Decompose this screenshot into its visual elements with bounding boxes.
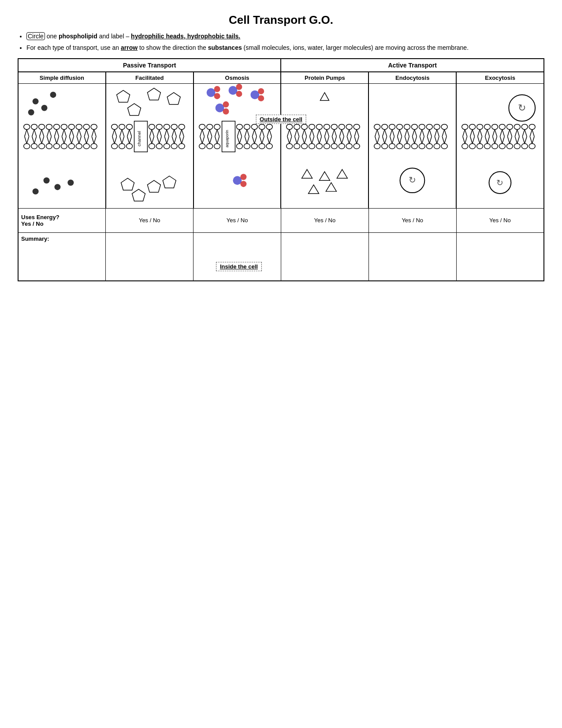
svg-marker-70 — [167, 93, 180, 105]
svg-line-332 — [465, 129, 467, 136]
svg-point-75 — [149, 124, 155, 129]
svg-line-32 — [92, 129, 94, 136]
svg-point-258 — [382, 124, 388, 129]
svg-line-334 — [473, 129, 475, 136]
svg-line-344 — [510, 129, 512, 136]
svg-line-297 — [375, 136, 377, 143]
svg-line-27 — [71, 129, 74, 136]
svg-line-299 — [383, 136, 385, 143]
svg-point-99 — [149, 143, 155, 149]
svg-line-107 — [122, 136, 124, 143]
svg-text:↻: ↻ — [409, 175, 416, 185]
svg-line-26 — [69, 129, 71, 136]
svg-marker-191 — [320, 93, 329, 101]
svg-text:↻: ↻ — [518, 102, 526, 113]
svg-line-236 — [302, 136, 305, 143]
svg-line-217 — [342, 129, 344, 136]
svg-line-177 — [239, 136, 242, 143]
summary-endocytosis — [368, 232, 456, 281]
svg-point-130 — [236, 84, 242, 90]
svg-line-156 — [252, 129, 254, 136]
svg-line-312 — [430, 136, 432, 143]
svg-point-131 — [236, 91, 242, 97]
svg-line-61 — [86, 136, 89, 143]
svg-line-335 — [478, 129, 480, 136]
svg-line-369 — [493, 136, 495, 143]
svg-line-175 — [217, 136, 219, 143]
svg-point-292 — [412, 143, 418, 149]
svg-point-230 — [346, 143, 353, 149]
svg-line-305 — [405, 136, 407, 143]
svg-point-199 — [339, 124, 345, 129]
svg-line-282 — [430, 129, 432, 136]
svg-line-33 — [94, 129, 96, 136]
svg-line-62 — [92, 136, 94, 143]
svg-point-168 — [259, 143, 265, 149]
svg-line-46 — [32, 136, 34, 143]
svg-line-374 — [510, 136, 512, 143]
svg-line-93 — [174, 129, 176, 136]
summary-protein-pumps — [281, 232, 368, 281]
svg-point-194 — [301, 124, 308, 129]
svg-point-40 — [68, 143, 74, 149]
svg-line-31 — [86, 129, 89, 136]
svg-line-19 — [42, 129, 44, 136]
svg-point-163 — [206, 143, 212, 149]
svg-line-268 — [377, 129, 380, 136]
svg-point-65 — [54, 184, 60, 190]
svg-line-331 — [463, 129, 465, 136]
svg-point-5 — [31, 124, 37, 129]
svg-point-260 — [397, 124, 403, 129]
svg-point-143 — [251, 124, 257, 129]
svg-line-48 — [40, 136, 42, 143]
svg-point-266 — [441, 124, 447, 129]
svg-line-24 — [62, 129, 64, 136]
svg-point-294 — [427, 143, 433, 149]
inside-cell-label: Inside the cell — [216, 262, 262, 271]
svg-line-306 — [407, 136, 409, 143]
svg-point-188 — [233, 176, 242, 185]
svg-line-178 — [245, 136, 247, 143]
svg-line-30 — [84, 129, 86, 136]
svg-point-328 — [514, 124, 520, 129]
svg-line-247 — [342, 136, 344, 143]
svg-line-211 — [320, 129, 322, 136]
svg-line-279 — [420, 129, 422, 136]
svg-point-264 — [427, 124, 433, 129]
svg-line-203 — [290, 129, 292, 136]
energy-facilitated: Yes / No — [106, 208, 194, 232]
diagram-exocytosis: ↻ — [456, 83, 544, 208]
svg-line-215 — [335, 129, 337, 136]
svg-line-110 — [149, 136, 152, 143]
svg-line-301 — [390, 136, 392, 143]
svg-point-137 — [223, 108, 229, 115]
svg-line-104 — [112, 136, 115, 143]
svg-line-161 — [269, 129, 272, 136]
svg-line-373 — [508, 136, 510, 143]
energy-protein-pumps: Yes / No — [281, 208, 368, 232]
col-facilitated: Facilitated — [106, 72, 194, 84]
svg-line-115 — [167, 136, 169, 143]
svg-point-79 — [179, 124, 185, 129]
svg-point-141 — [236, 124, 242, 129]
svg-point-133 — [258, 88, 264, 94]
svg-marker-253 — [320, 172, 330, 180]
svg-point-0 — [33, 98, 39, 105]
svg-line-284 — [437, 129, 439, 136]
svg-line-154 — [245, 129, 247, 136]
svg-line-119 — [182, 136, 184, 143]
svg-point-128 — [214, 93, 220, 99]
svg-point-265 — [434, 124, 440, 129]
svg-point-140 — [214, 124, 220, 129]
summary-label: Summary: — [18, 232, 106, 281]
svg-line-366 — [480, 136, 482, 143]
svg-line-14 — [25, 129, 27, 136]
svg-line-283 — [435, 129, 437, 136]
svg-line-219 — [350, 129, 352, 136]
svg-line-308 — [415, 136, 417, 143]
svg-line-286 — [444, 129, 447, 136]
svg-line-87 — [152, 129, 154, 136]
svg-line-275 — [405, 129, 407, 136]
svg-line-220 — [355, 129, 357, 136]
col-endocytosis: Endocytosis — [368, 72, 456, 84]
